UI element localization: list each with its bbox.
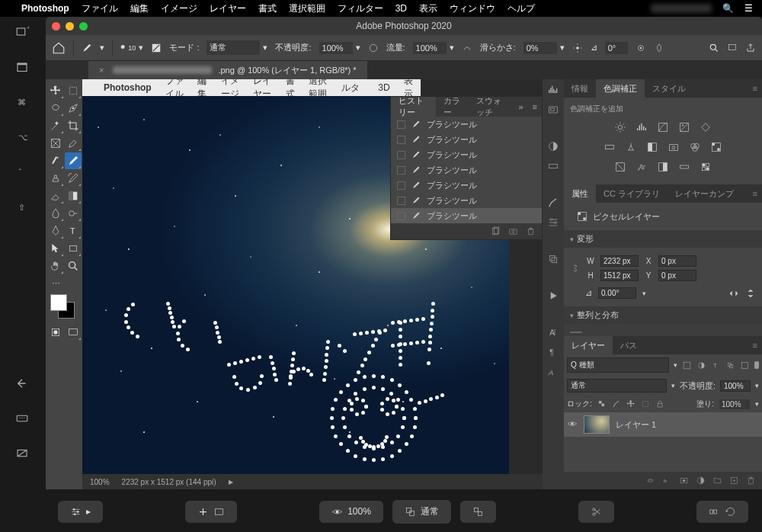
delete-history-icon[interactable]: [526, 226, 536, 236]
menu-extra-icon[interactable]: ☰: [744, 3, 753, 14]
airbrush-icon[interactable]: [462, 43, 472, 53]
keyboard-shortcut-icon[interactable]: ⌘: [15, 96, 29, 110]
panel-expand-icon[interactable]: »: [514, 102, 527, 111]
touch-zoom-button[interactable]: 100%: [319, 501, 383, 523]
touch-scissors-button[interactable]: [578, 501, 614, 523]
touch-reset-button[interactable]: [696, 501, 748, 523]
invert-icon[interactable]: [614, 161, 626, 173]
lock-position-icon[interactable]: [626, 399, 636, 409]
quick-select-tool[interactable]: [65, 100, 82, 117]
rectangle-tool[interactable]: [65, 240, 82, 257]
eraser-tool[interactable]: [47, 187, 64, 204]
zoom-status[interactable]: 100%: [90, 478, 110, 486]
filter-adjust-icon[interactable]: [696, 361, 706, 370]
menu-image[interactable]: イメージ: [161, 2, 197, 15]
rotation-input[interactable]: [598, 287, 636, 299]
brushes-icon[interactable]: [547, 197, 559, 209]
cc-libraries-tab[interactable]: CC ライブラリ: [596, 184, 668, 203]
disconnect-icon[interactable]: [15, 447, 29, 460]
layers-tab[interactable]: レイヤー: [564, 336, 613, 354]
close-tab-icon[interactable]: ×: [99, 66, 104, 75]
history-row[interactable]: ブラシツール: [391, 162, 542, 178]
pressure-opacity-icon[interactable]: [368, 43, 379, 53]
curves-icon[interactable]: [657, 121, 669, 133]
new-layer-icon[interactable]: [729, 476, 739, 486]
vibrance-icon[interactable]: [700, 121, 712, 133]
menu-edit[interactable]: 編集: [130, 2, 149, 15]
navigator-icon[interactable]: [547, 104, 559, 116]
touch-add-button[interactable]: [185, 501, 237, 523]
channel-mixer-icon[interactable]: [689, 141, 701, 153]
blend-mode-dropdown[interactable]: 通常▾: [207, 40, 267, 55]
healing-brush-tool[interactable]: [47, 152, 64, 169]
actions-icon[interactable]: [547, 290, 559, 302]
menu-view[interactable]: 表示: [419, 2, 437, 15]
history-tab[interactable]: ヒストリー: [391, 97, 436, 117]
color-lookup-icon[interactable]: [710, 141, 722, 153]
frame-tool[interactable]: [47, 135, 64, 152]
add-icon[interactable]: +: [15, 26, 29, 40]
history-row[interactable]: ブラシツール: [391, 193, 542, 208]
angle-input[interactable]: 0°: [605, 42, 628, 54]
pen-tool[interactable]: [47, 223, 64, 239]
brush-tool[interactable]: [65, 152, 82, 169]
history-row[interactable]: ブラシツール: [391, 117, 542, 132]
color-balance-icon[interactable]: [625, 141, 637, 153]
y-input[interactable]: [658, 270, 696, 281]
keyboard-icon[interactable]: [15, 412, 29, 425]
layer-filter-dropdown[interactable]: Q 種類: [567, 357, 669, 373]
menu-help[interactable]: ヘルプ: [507, 2, 535, 15]
control-key-icon[interactable]: ˆ: [15, 166, 29, 180]
adjustments-tab[interactable]: 色調補正: [596, 79, 645, 98]
styles-tab[interactable]: スタイル: [645, 79, 693, 98]
menu-window[interactable]: ウィンドウ: [450, 2, 495, 15]
link-layers-icon[interactable]: [645, 476, 655, 486]
search-icon[interactable]: [709, 43, 719, 53]
filter-image-icon[interactable]: [682, 361, 692, 370]
bw-icon[interactable]: [646, 141, 658, 153]
proxy-menu-3d[interactable]: 3D: [378, 82, 389, 93]
histogram-icon[interactable]: [547, 84, 559, 96]
character-icon[interactable]: A: [547, 326, 559, 338]
transform-section-header[interactable]: 変形: [564, 230, 762, 248]
canvas-area[interactable]: Photoshop ファイル 編集 イメージ レイヤー 書式 選択範囲 フィルタ…: [82, 79, 543, 489]
history-row[interactable]: ブラシツール: [391, 178, 542, 193]
clone-source-icon[interactable]: [547, 253, 559, 265]
menu-3d[interactable]: 3D: [395, 3, 407, 14]
blur-tool[interactable]: [47, 205, 64, 222]
gradients-icon[interactable]: [547, 160, 559, 172]
adjustments-menu-icon[interactable]: ≡: [748, 84, 762, 93]
pressure-size-icon[interactable]: [636, 43, 646, 53]
dodge-tool[interactable]: [65, 205, 82, 222]
touch-sliders-button[interactable]: ▸: [58, 501, 103, 523]
document-tab[interactable]: × .png @ 100% (レイヤー 1, RGB/8*) *: [88, 61, 367, 79]
exposure-icon[interactable]: [678, 121, 690, 133]
dock-hide-icon[interactable]: [15, 61, 29, 75]
brush-preset-picker[interactable]: • 10 ▾: [120, 40, 143, 56]
paths-tab[interactable]: パス: [613, 336, 645, 354]
delete-layer-icon[interactable]: [746, 476, 756, 486]
filter-shape-icon[interactable]: [725, 361, 735, 370]
adjustment-layer-icon[interactable]: [696, 476, 706, 486]
history-row[interactable]: ブラシツール: [391, 208, 542, 223]
smoothing-options-icon[interactable]: [572, 43, 583, 53]
panel-menu-icon[interactable]: ≡: [528, 102, 542, 111]
crop-tool[interactable]: [65, 117, 82, 134]
history-row[interactable]: ブラシツール: [391, 147, 542, 162]
history-brush-tool[interactable]: [65, 170, 82, 187]
option-key-icon[interactable]: ⌥: [15, 131, 29, 145]
gradient-map-icon[interactable]: [678, 161, 690, 173]
screen-mode-tool[interactable]: [65, 324, 82, 341]
group-layers-icon[interactable]: [712, 476, 722, 486]
quickmask-tool[interactable]: [47, 324, 64, 341]
levels-icon[interactable]: [636, 121, 648, 133]
brush-settings-rail-icon[interactable]: [547, 216, 559, 229]
touch-mode-button[interactable]: 通常: [392, 500, 451, 524]
brightness-icon[interactable]: [614, 121, 626, 133]
layer-thumbnail[interactable]: [584, 415, 610, 434]
workspace-icon[interactable]: [727, 43, 738, 53]
color-tab[interactable]: カラー: [436, 97, 469, 117]
artboard-tool[interactable]: [65, 82, 82, 99]
color-swatches[interactable]: [47, 293, 64, 323]
filter-type-icon[interactable]: T: [711, 361, 721, 370]
